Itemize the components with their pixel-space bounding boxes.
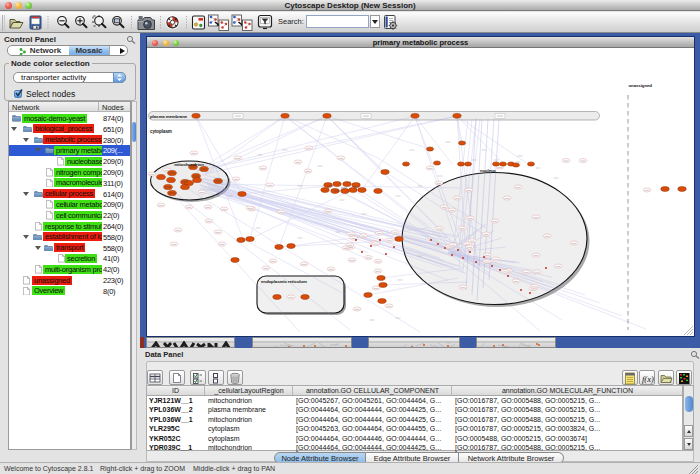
svg-text:unassigned: unassigned xyxy=(629,83,653,88)
svg-text:f(x): f(x) xyxy=(642,374,654,384)
svg-text:mitochondrion: mitochondrion xyxy=(174,162,204,167)
svg-text:endoplasmic reticulum: endoplasmic reticulum xyxy=(261,279,307,284)
svg-text:nucleus: nucleus xyxy=(480,168,497,173)
svg-text:plasma membrane: plasma membrane xyxy=(150,114,188,119)
svg-text:cytoplasm: cytoplasm xyxy=(150,129,172,134)
